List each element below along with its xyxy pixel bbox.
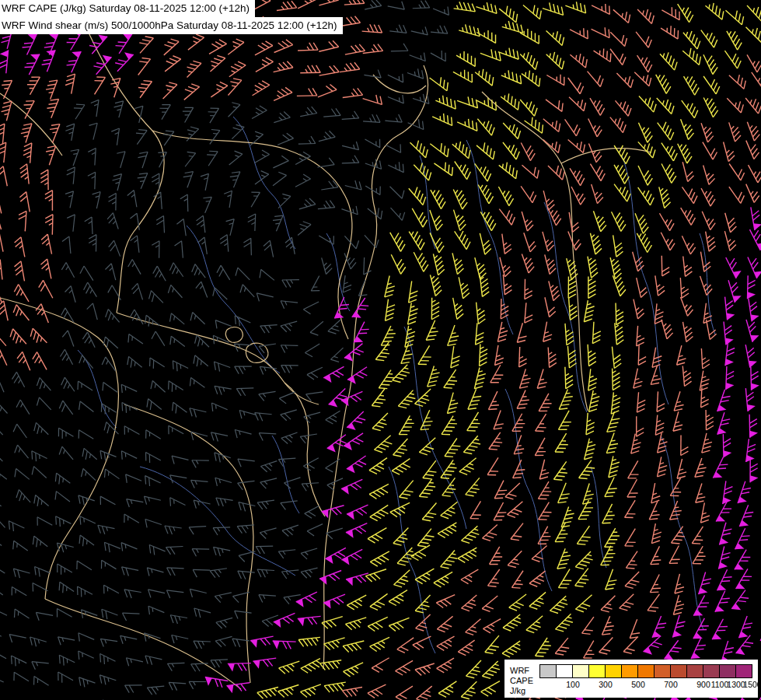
legend-swatch	[556, 664, 573, 678]
legend-tick-label: 900	[696, 680, 710, 689]
legend-swatch	[670, 664, 687, 678]
legend-title-line-3: J/kg	[510, 686, 533, 696]
legend-tick-label: 100	[566, 680, 580, 689]
legend-swatch	[719, 664, 736, 678]
legend-tick-label: 300	[599, 680, 613, 689]
legend-tick-label: 700	[664, 680, 678, 689]
title-block: WRF CAPE (J/kg) Saturday 08-11-2025 12:0…	[0, 0, 343, 34]
map-title-cape: WRF CAPE (J/kg) Saturday 08-11-2025 12:0…	[0, 0, 255, 17]
legend-swatch	[572, 664, 589, 678]
legend-tick-label: 1500	[743, 680, 761, 689]
legend-tick-label: 1300	[727, 680, 745, 689]
legend-title: WRF CAPE J/kg	[510, 666, 533, 696]
weather-map: WRF CAPE (J/kg) Saturday 08-11-2025 12:0…	[0, 0, 761, 700]
legend-title-line-2: CAPE	[510, 676, 533, 686]
legend-swatch	[539, 664, 557, 678]
legend-swatch	[654, 664, 671, 678]
legend-swatch	[637, 664, 655, 678]
legend-swatch	[735, 664, 752, 678]
legend-swatches	[539, 664, 752, 678]
wind-barb-map	[0, 0, 761, 700]
legend-swatch	[703, 664, 720, 678]
legend-swatch	[588, 664, 606, 678]
legend-title-line-1: WRF	[510, 666, 533, 676]
legend-ticks: 100300500700900110013001500	[539, 679, 752, 690]
legend-swatch	[605, 664, 622, 678]
map-title-shear: WRF Wind shear (m/s) 500/1000hPa Saturda…	[0, 17, 343, 34]
legend-swatch	[686, 664, 703, 678]
legend-tick-label: 1100	[711, 680, 729, 689]
legend-scale: 100300500700900110013001500	[539, 664, 752, 690]
cape-legend: WRF CAPE J/kg 10030050070090011001300150…	[504, 660, 758, 698]
legend-swatch	[621, 664, 638, 678]
legend-tick-label: 500	[631, 680, 645, 689]
